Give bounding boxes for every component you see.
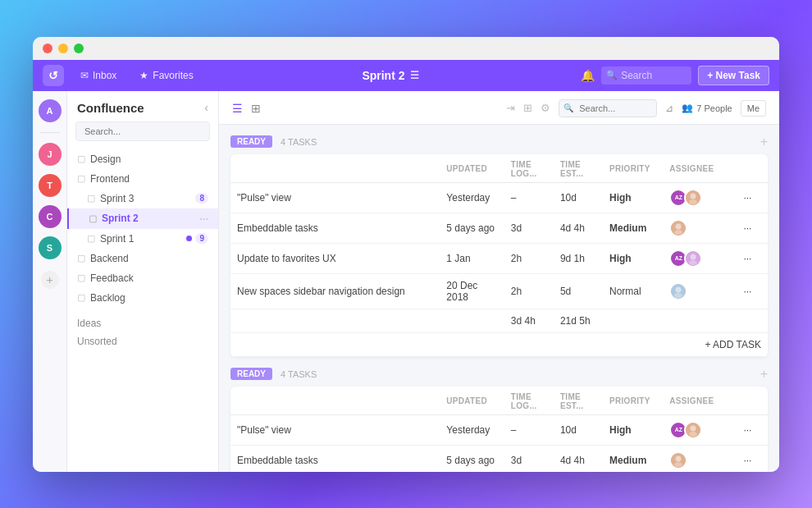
- content-search-wrap: 🔍: [559, 99, 657, 117]
- task-priority-cell: Medium: [603, 213, 663, 243]
- sidebar-header: Confluence ‹: [67, 91, 218, 121]
- content-search-input[interactable]: [559, 99, 657, 117]
- folder-icon: ▢: [89, 213, 97, 224]
- col-header-5: ASSIGNEE: [663, 156, 737, 183]
- assignee-avatar: [684, 189, 702, 207]
- bell-icon[interactable]: 🔔: [581, 69, 595, 82]
- task-actions-button[interactable]: ···: [737, 182, 768, 213]
- svg-point-4: [676, 223, 682, 229]
- close-dot[interactable]: [43, 43, 52, 53]
- ready-badge: READY: [230, 368, 272, 380]
- sidebar-item-sprint1[interactable]: ▢ Sprint 1 9: [67, 229, 218, 249]
- task-timeest-cell: 10d: [554, 182, 603, 213]
- task-priority-cell: High: [603, 243, 663, 273]
- table-row[interactable]: Embeddable tasks5 days ago3d4d 4hMedium·…: [230, 445, 768, 472]
- add-workspace-button[interactable]: +: [41, 271, 59, 289]
- col-header-3: TIME EST...: [554, 156, 603, 183]
- minimize-dot[interactable]: [58, 43, 68, 53]
- table-row[interactable]: Embeddable tasks5 days ago3d4d 4hMedium·…: [230, 213, 768, 243]
- grid-icon[interactable]: ⊞: [523, 102, 532, 114]
- task-actions-button[interactable]: ···: [737, 213, 768, 243]
- sections-container: READY 4 TASKS + UPDATEDTIME LOG...TIME E…: [219, 135, 779, 472]
- add-column-button[interactable]: +: [760, 367, 768, 382]
- menu-icon[interactable]: ☰: [410, 70, 419, 81]
- svg-point-2: [689, 199, 697, 204]
- table-row[interactable]: "Pulse" viewYesterday–10dHighAZ···: [230, 182, 768, 213]
- ready-badge: READY: [230, 135, 272, 148]
- task-actions-button[interactable]: ···: [737, 414, 768, 445]
- me-filter-button[interactable]: Me: [741, 100, 766, 117]
- task-updated-cell: 5 days ago: [440, 445, 504, 472]
- task-priority-cell: Normal: [603, 273, 663, 309]
- sidebar-item-ideas[interactable]: Ideas: [77, 314, 208, 332]
- svg-point-5: [674, 230, 682, 235]
- svg-point-10: [676, 286, 682, 292]
- filter-icon[interactable]: ⊿: [665, 103, 673, 114]
- sidebar-item-backend[interactable]: ▢ Backend: [67, 249, 218, 268]
- table-row[interactable]: "Pulse" viewYesterday–10dHighAZ···: [230, 414, 768, 445]
- table-wrap-1: UPDATEDTIME LOG...TIME EST...PRIORITYASS…: [230, 387, 768, 472]
- user-avatar-t[interactable]: T: [39, 174, 62, 197]
- subtotal-log: 3d 4h: [504, 309, 554, 332]
- user-avatar-s[interactable]: S: [39, 236, 62, 259]
- task-actions-button[interactable]: ···: [737, 445, 768, 472]
- task-actions-button[interactable]: ···: [737, 273, 768, 309]
- sidebar-item-sprint3[interactable]: ▢ Sprint 3 8: [67, 189, 218, 208]
- titlebar: [33, 37, 779, 60]
- people-filter-button[interactable]: 👥 7 People: [682, 103, 732, 113]
- user-avatar-c[interactable]: C: [39, 205, 62, 228]
- table-row[interactable]: New spaces sidebar navigation design20 D…: [230, 273, 768, 309]
- task-actions-button[interactable]: ···: [737, 243, 768, 273]
- sidebar-item-frontend[interactable]: ▢ Frontend: [67, 169, 218, 189]
- sidebar-item-sprint2[interactable]: ▢ Sprint 2 ···: [67, 208, 218, 229]
- export-icon[interactable]: ⇥: [506, 102, 515, 114]
- task-timelog-cell: –: [504, 182, 554, 213]
- list-view-icon[interactable]: ☰: [232, 102, 243, 115]
- svg-point-16: [676, 455, 682, 461]
- search-icon: 🔍: [563, 103, 573, 112]
- maximize-dot[interactable]: [74, 43, 84, 53]
- sidebar-item-unsorted[interactable]: Unsorted: [77, 332, 208, 350]
- new-task-button[interactable]: + New Task: [698, 66, 769, 85]
- task-table-1: UPDATEDTIME LOG...TIME EST...PRIORITYASS…: [230, 388, 768, 472]
- task-name-cell: Embeddable tasks: [230, 445, 440, 472]
- col-header-3: TIME EST...: [554, 388, 603, 415]
- add-task-row[interactable]: + ADD TASK: [230, 332, 768, 356]
- sidebar-item-backlog[interactable]: ▢ Backlog: [67, 288, 218, 308]
- add-column-button[interactable]: +: [760, 135, 768, 149]
- favorites-button[interactable]: ★ Favorites: [133, 66, 199, 85]
- task-updated-cell: 20 Dec 2018: [440, 273, 504, 309]
- inbox-button[interactable]: ✉ Inbox: [74, 66, 123, 85]
- toolbar-search-wrap: 🔍: [601, 66, 691, 85]
- folder-icon: ▢: [77, 173, 85, 184]
- task-timelog-cell: 2h: [504, 273, 554, 309]
- col-header-1: UPDATED: [440, 156, 504, 183]
- task-timelog-cell: 2h: [504, 243, 554, 273]
- sidebar-collapse-button[interactable]: ‹: [204, 101, 208, 114]
- user-avatar-j[interactable]: J: [39, 143, 62, 166]
- sidebar-search-input[interactable]: [75, 121, 210, 141]
- task-name-cell: Update to favorites UX: [230, 243, 440, 273]
- board-view-icon[interactable]: ⊞: [251, 102, 261, 115]
- sprint1-badge: 9: [195, 233, 208, 244]
- more-options-icon[interactable]: ···: [199, 213, 208, 225]
- add-task-button[interactable]: + ADD TASK: [230, 332, 768, 356]
- toolbar: ↺ ✉ Inbox ★ Favorites Sprint 2 ☰ 🔔 🔍 + N…: [33, 60, 779, 91]
- svg-point-13: [691, 425, 696, 431]
- sidebar-label-sprint3: Sprint 3: [100, 193, 134, 204]
- folder-icon: ▢: [77, 253, 85, 263]
- favorites-label: Favorites: [153, 70, 193, 81]
- assignee-avatar: [669, 282, 687, 300]
- app-logo[interactable]: ↺: [43, 65, 64, 86]
- sidebar-item-design[interactable]: ▢ Design: [67, 149, 218, 169]
- task-name-cell: "Pulse" view: [230, 414, 440, 445]
- sidebar-avatar-a[interactable]: A: [39, 99, 62, 122]
- svg-point-1: [691, 193, 696, 199]
- star-icon: ★: [139, 70, 148, 81]
- task-assignee-cell: [663, 213, 737, 243]
- task-updated-cell: Yesterday: [440, 182, 504, 213]
- table-row[interactable]: Update to favorites UX1 Jan2h9d 1hHighAZ…: [230, 243, 768, 273]
- sidebar-item-feedback[interactable]: ▢ Feedback: [67, 268, 218, 288]
- task-timeest-cell: 4d 4h: [554, 445, 603, 472]
- settings-icon[interactable]: ⚙: [541, 102, 550, 114]
